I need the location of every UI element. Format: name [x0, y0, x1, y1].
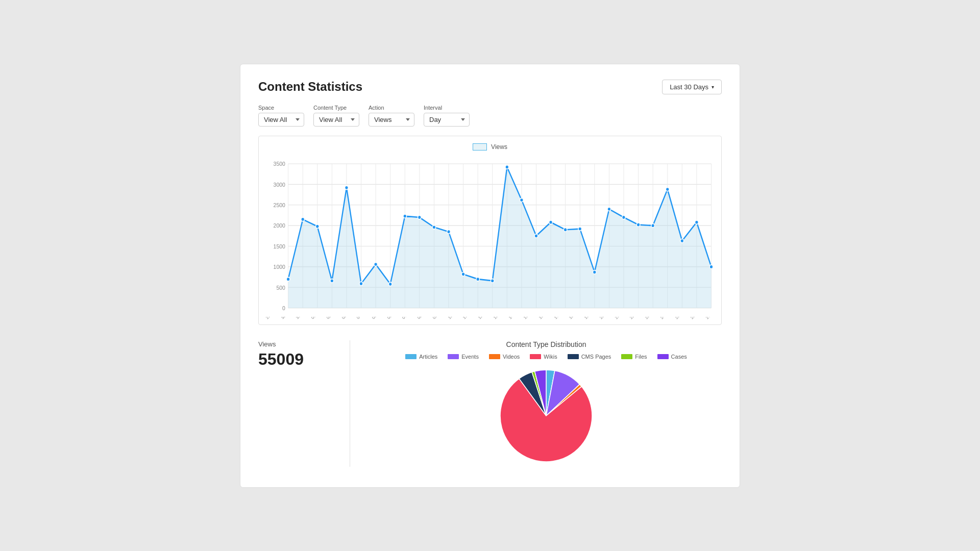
svg-text:1500: 1500 [274, 243, 285, 249]
dist-legend-label: Wikis [544, 354, 557, 360]
dist-legend-label: Events [461, 354, 479, 360]
svg-text:3000: 3000 [274, 181, 285, 188]
svg-point-59 [476, 277, 480, 281]
svg-point-71 [651, 223, 655, 227]
dist-legend-item: Articles [405, 354, 437, 360]
filter-interval-label: Interval [424, 105, 470, 111]
svg-point-70 [636, 222, 640, 226]
page-title: Content Statistics [258, 80, 362, 94]
svg-point-56 [432, 225, 436, 229]
card-header: Content Statistics Last 30 Days [258, 80, 722, 94]
dist-legend-label: CMS Pages [581, 354, 611, 360]
svg-point-72 [666, 187, 669, 191]
svg-text:0: 0 [282, 305, 285, 311]
dist-legend-color [405, 354, 416, 359]
dist-legend-label: Articles [419, 354, 437, 360]
svg-point-53 [388, 282, 392, 286]
svg-point-55 [418, 215, 422, 219]
dist-legend-item: Cases [657, 354, 687, 360]
filter-action: Action Views [369, 105, 414, 127]
svg-point-65 [564, 228, 567, 231]
dist-legend-color [621, 354, 632, 359]
views-stat-label: Views [258, 340, 334, 348]
svg-point-58 [461, 272, 465, 276]
pie-chart-svg [495, 365, 597, 467]
svg-point-46 [286, 277, 290, 281]
dist-legend-item: Videos [489, 354, 520, 360]
filter-space-select[interactable]: View All [258, 113, 304, 127]
filter-content-type-select[interactable]: View All [313, 113, 359, 127]
filter-interval-select[interactable]: Day [424, 113, 470, 127]
filter-action-select[interactable]: Views [369, 113, 414, 127]
svg-point-66 [578, 227, 582, 230]
distribution-title: Content Type Distribution [371, 340, 722, 348]
dist-legend-color [448, 354, 459, 359]
filter-interval: Interval Day [424, 105, 470, 127]
pie-chart-container [371, 365, 722, 467]
svg-point-47 [301, 217, 305, 221]
svg-point-63 [534, 234, 538, 237]
chart-legend: Views [259, 143, 721, 151]
svg-point-60 [491, 279, 494, 282]
dist-legend-color [657, 354, 669, 359]
distribution-section: Content Type Distribution Articles Event… [350, 340, 722, 467]
main-card: Content Statistics Last 30 Days Space Vi… [240, 64, 740, 488]
dist-legend-label: Videos [503, 354, 520, 360]
svg-point-67 [593, 270, 596, 273]
svg-point-75 [709, 265, 713, 268]
dist-legend-color [568, 354, 579, 359]
filter-space: Space View All [258, 105, 304, 127]
dist-legend-label: Cases [671, 354, 687, 360]
svg-text:3500: 3500 [274, 160, 285, 167]
legend-label-views: Views [491, 143, 507, 151]
dist-legend-item: Events [448, 354, 479, 360]
svg-point-49 [330, 279, 334, 282]
svg-point-69 [622, 215, 626, 219]
bottom-section: Views 55009 Content Type Distribution Ar… [258, 340, 722, 467]
svg-point-52 [374, 262, 378, 266]
dist-legend-color [489, 354, 500, 359]
svg-point-61 [505, 165, 509, 168]
chart-section: Views 0500100015002000250030003500 29-De… [258, 136, 722, 325]
svg-point-68 [607, 207, 611, 211]
svg-point-74 [695, 220, 699, 223]
svg-text:2500: 2500 [274, 202, 285, 208]
filter-content-type-label: Content Type [313, 105, 359, 111]
filter-action-label: Action [369, 105, 414, 111]
svg-point-50 [345, 186, 349, 189]
views-stat-block: Views 55009 [258, 340, 350, 467]
svg-point-73 [680, 239, 684, 242]
svg-point-51 [359, 282, 363, 285]
dist-legend-item: CMS Pages [568, 354, 611, 360]
line-chart-container: 0500100015002000250030003500 [264, 156, 716, 319]
dist-legend-color [530, 354, 541, 359]
dist-legend-label: Files [635, 354, 647, 360]
legend-color-views [473, 143, 487, 151]
line-chart-svg: 0500100015002000250030003500 [264, 156, 716, 319]
distribution-legend: Articles Events Videos Wikis CMS Pages F… [371, 354, 722, 360]
filters-bar: Space View All Content Type View All Act… [258, 105, 722, 127]
filter-content-type: Content Type View All [313, 105, 359, 127]
svg-point-62 [520, 198, 524, 202]
dist-legend-item: Files [621, 354, 647, 360]
filter-space-label: Space [258, 105, 304, 111]
svg-point-57 [447, 230, 451, 233]
dist-legend-item: Wikis [530, 354, 557, 360]
date-filter-button[interactable]: Last 30 Days [662, 80, 722, 94]
svg-point-64 [549, 220, 553, 223]
svg-text:500: 500 [276, 284, 285, 291]
views-stat-value: 55009 [258, 350, 334, 369]
svg-point-48 [315, 224, 319, 228]
svg-text:1000: 1000 [274, 263, 285, 270]
svg-point-54 [403, 214, 407, 217]
svg-text:2000: 2000 [274, 222, 285, 229]
